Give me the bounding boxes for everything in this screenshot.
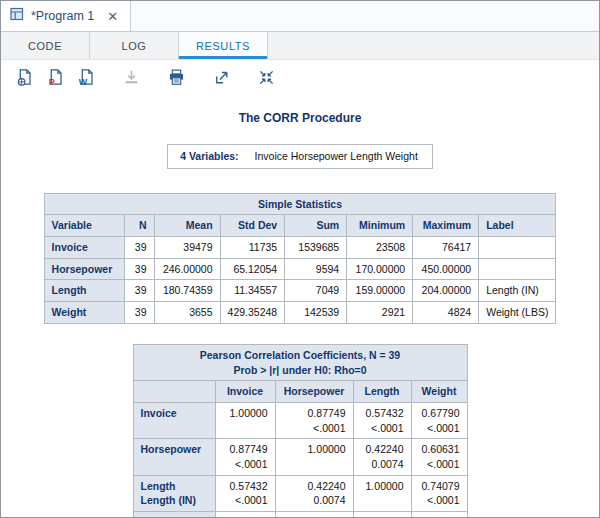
row-label: Horsepower: [141, 442, 208, 457]
p-value: 0.0074: [361, 457, 404, 472]
p-value: <.0001: [419, 493, 460, 508]
download-pdf-results-button[interactable]: P: [42, 66, 68, 92]
print-icon: [167, 68, 186, 91]
p-value: 0.0074: [283, 493, 346, 508]
cell: 39: [124, 280, 154, 302]
cell: 1.00000: [275, 439, 353, 475]
column-header: Weight: [411, 381, 467, 403]
table-row: Weight 39 3655 429.35248 142539 2921 482…: [44, 302, 556, 324]
p-value: <.0001: [283, 421, 346, 436]
p-value: <.0001: [223, 457, 268, 472]
table-header-row: Invoice Horsepower Length Weight: [133, 381, 467, 403]
exit-maximize-button[interactable]: [253, 66, 279, 92]
column-header: Mean: [154, 215, 220, 237]
program-icon: [10, 7, 24, 25]
cell: 246.00000: [154, 258, 220, 280]
open-new-window-icon: [212, 68, 231, 91]
table-title-row: Simple Statistics: [44, 193, 556, 215]
corr-value: 0.74079: [361, 515, 404, 517]
cell: Weight (LBS): [479, 302, 556, 324]
row-header: Invoice: [44, 237, 124, 259]
p-value: [361, 493, 404, 506]
table-header-row: Variable N Mean Std Dev Sum Minimum Maxi…: [44, 215, 556, 237]
row-label: Length: [141, 479, 208, 494]
cell: Length (IN): [479, 280, 556, 302]
cell: 1.00000: [215, 402, 275, 438]
download-html-results-button[interactable]: [11, 66, 37, 92]
cell: 0.57432 <.0001: [215, 475, 275, 511]
row-header: Length: [44, 280, 124, 302]
collapse-view-icon: [257, 68, 276, 91]
table-title-row: Pearson Correlation Coefficients, N = 39…: [133, 344, 467, 380]
simple-statistics-table: Simple Statistics Variable N Mean Std De…: [44, 193, 557, 324]
corr-value: 0.42240: [283, 479, 346, 494]
table-row: Weight Weight (LBS) 0.67790 <.0001 0.606…: [133, 512, 467, 518]
cell: 39: [124, 302, 154, 324]
corr-value: 0.67790: [223, 515, 268, 517]
corr-value: 1.00000: [283, 442, 346, 457]
row-header: Invoice: [133, 402, 215, 438]
corr-value: 0.67790: [419, 406, 460, 421]
cell: 23508: [347, 237, 413, 259]
cell: 7049: [285, 280, 347, 302]
row-header: Length Length (IN): [133, 475, 215, 511]
print-button[interactable]: [163, 66, 189, 92]
cell: 159.00000: [347, 280, 413, 302]
svg-text:W: W: [78, 77, 87, 87]
open-new-window-button[interactable]: [208, 66, 234, 92]
variables-list: Invoice Horsepower Length Weight: [247, 145, 433, 169]
p-value: <.0001: [419, 457, 460, 472]
tab-log[interactable]: LOG: [90, 32, 179, 59]
cell: 65.12054: [220, 258, 285, 280]
column-header: N: [124, 215, 154, 237]
cell: 3655: [154, 302, 220, 324]
cell: 142539: [285, 302, 347, 324]
download-word-results-button[interactable]: W: [73, 66, 99, 92]
table-row: Invoice 1.00000 0.87749 <.0001 0.57432 <…: [133, 402, 467, 438]
column-header: Sum: [285, 215, 347, 237]
cell: 0.60631 <.0001: [411, 439, 467, 475]
cell: 0.74079 <.0001: [411, 475, 467, 511]
column-header: Length: [353, 381, 411, 403]
cell: 0.42240 0.0074: [275, 475, 353, 511]
correlation-title-line2: Prob > |r| under H0: Rho=0: [140, 363, 461, 378]
row-sublabel: Length (IN): [141, 493, 208, 508]
word-results-icon: W: [77, 68, 96, 91]
cell: 1.00000: [411, 512, 467, 518]
row-label: Weight: [141, 515, 208, 517]
cell: [479, 237, 556, 259]
variables-count-label: 4 Variables:: [168, 145, 247, 169]
row-header: Horsepower: [133, 439, 215, 475]
app-window: *Program 1 ✕ CODE LOG RESULTS: [0, 0, 600, 518]
p-value: <.0001: [223, 493, 268, 508]
results-panel: The CORR Procedure 4 Variables: Invoice …: [1, 98, 599, 517]
corr-value: 0.60631: [283, 515, 346, 517]
column-header: Maximum: [413, 215, 479, 237]
results-toolbar: P W: [1, 60, 599, 98]
column-header: Std Dev: [220, 215, 285, 237]
table-row: Length Length (IN) 0.57432 <.0001 0.4224…: [133, 475, 467, 511]
close-icon[interactable]: ✕: [107, 10, 118, 23]
cell: 0.74079 <.0001: [353, 512, 411, 518]
p-value: <.0001: [419, 421, 460, 436]
program-tab[interactable]: *Program 1 ✕: [1, 1, 131, 31]
download-results-button[interactable]: [118, 66, 144, 92]
cell: 76417: [413, 237, 479, 259]
correlation-title-line1: Pearson Correlation Coefficients, N = 39: [140, 348, 461, 363]
cell: 180.74359: [154, 280, 220, 302]
cell: 11.34557: [220, 280, 285, 302]
correlation-table: Pearson Correlation Coefficients, N = 39…: [133, 344, 468, 517]
cell: 450.00000: [413, 258, 479, 280]
corr-value: 1.00000: [361, 479, 404, 494]
cell: 0.42240 0.0074: [353, 439, 411, 475]
view-tab-bar: CODE LOG RESULTS: [1, 32, 599, 60]
html-results-icon: [15, 68, 34, 91]
tab-results[interactable]: RESULTS: [179, 32, 268, 59]
tab-code[interactable]: CODE: [1, 32, 90, 59]
row-label: Invoice: [141, 406, 208, 421]
cell: 204.00000: [413, 280, 479, 302]
row-header: Horsepower: [44, 258, 124, 280]
corr-value: 0.42240: [361, 442, 404, 457]
row-header: Weight Weight (LBS): [133, 512, 215, 518]
document-tab-bar: *Program 1 ✕: [1, 1, 599, 32]
